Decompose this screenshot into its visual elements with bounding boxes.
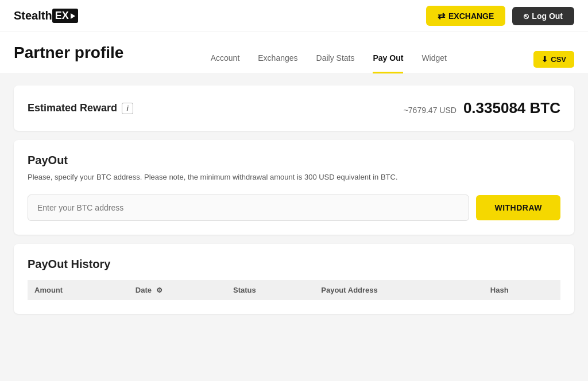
estimated-reward-card: Estimated Reward i ~7679.47 USD 0.335084… xyxy=(14,85,574,131)
history-table-header: Amount Date ⚙ Status Payout Address Hash xyxy=(28,280,560,300)
history-header-row: Amount Date ⚙ Status Payout Address Hash xyxy=(28,280,560,300)
reward-btc-value: 0.335084 BTC xyxy=(463,99,560,117)
nav-tabs: Account Exchanges Daily Stats Pay Out Wi… xyxy=(211,53,447,73)
col-hash: Hash xyxy=(483,280,560,300)
withdraw-button[interactable]: WITHDRAW xyxy=(476,195,560,220)
logo: Stealth EX xyxy=(14,9,78,23)
csv-button[interactable]: ⬇ CSV xyxy=(533,51,574,68)
col-amount: Amount xyxy=(28,280,129,300)
payout-form: WITHDRAW xyxy=(28,195,560,221)
payout-card: PayOut Please, specify your BTC address.… xyxy=(14,140,574,235)
history-title: PayOut History xyxy=(28,258,560,271)
tab-daily-stats[interactable]: Daily Stats xyxy=(316,53,355,73)
exchange-button[interactable]: ⇄ EXCHANGE xyxy=(426,6,505,26)
tab-widget[interactable]: Widget xyxy=(421,53,447,73)
payout-history-card: PayOut History Amount Date ⚙ Status Payo… xyxy=(14,244,574,314)
history-table: Amount Date ⚙ Status Payout Address Hash xyxy=(28,280,560,300)
page-title: Partner profile xyxy=(14,44,123,73)
tab-account[interactable]: Account xyxy=(211,53,240,73)
col-date: Date ⚙ xyxy=(129,280,226,300)
exchange-icon: ⇄ xyxy=(438,10,445,21)
tab-pay-out[interactable]: Pay Out xyxy=(373,53,403,73)
logo-stealth-text: Stealth xyxy=(14,9,52,22)
logo-ex-badge: EX xyxy=(52,9,78,23)
logo-arrow-icon xyxy=(71,13,75,19)
logout-button[interactable]: ⎋ Log Out xyxy=(512,7,574,25)
header-actions: ⇄ EXCHANGE ⎋ Log Out xyxy=(426,6,574,26)
gear-icon[interactable]: ⚙ xyxy=(156,286,163,294)
reward-usd-value: ~7679.47 USD xyxy=(404,106,457,115)
payout-title: PayOut xyxy=(28,154,560,167)
logout-icon: ⎋ xyxy=(524,11,528,21)
col-status: Status xyxy=(226,280,314,300)
main-content: Estimated Reward i ~7679.47 USD 0.335084… xyxy=(0,74,588,325)
info-icon[interactable]: i xyxy=(122,103,133,114)
reward-value: ~7679.47 USD 0.335084 BTC xyxy=(404,99,560,117)
page-header: Partner profile Account Exchanges Daily … xyxy=(0,32,588,74)
payout-description: Please, specify your BTC address. Please… xyxy=(28,172,560,183)
btc-address-input[interactable] xyxy=(28,195,469,221)
header: Stealth EX ⇄ EXCHANGE ⎋ Log Out xyxy=(0,0,588,32)
col-payout-address: Payout Address xyxy=(314,280,483,300)
download-icon: ⬇ xyxy=(541,55,548,64)
reward-label: Estimated Reward i xyxy=(28,102,133,114)
reward-label-text: Estimated Reward xyxy=(28,102,117,114)
tab-exchanges[interactable]: Exchanges xyxy=(258,53,297,73)
